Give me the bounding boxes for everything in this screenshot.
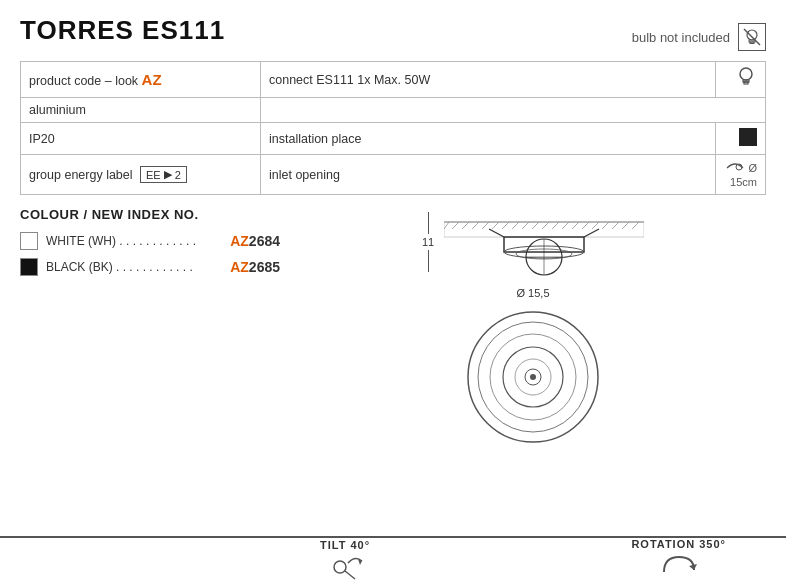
spec-row-product-code: product code – look AZ connect ES111 1x … xyxy=(21,62,766,98)
svg-line-17 xyxy=(502,222,509,229)
svg-point-1 xyxy=(747,30,757,40)
energy-cell: group energy label EE ▶ 2 xyxy=(21,155,261,195)
energy-badge: EE ▶ 2 xyxy=(140,166,187,183)
inlet-arc-icon xyxy=(725,160,745,172)
svg-line-33 xyxy=(584,229,599,237)
side-diagram-container: 11 xyxy=(422,207,644,277)
dim-line-bottom xyxy=(428,250,429,272)
energy-badge-value: 2 xyxy=(175,169,181,181)
diameter-top-label: Ø 15,5 xyxy=(516,287,549,299)
connect-label: connect ES111 1x Max. 50W xyxy=(269,73,430,87)
installation-icon-cell xyxy=(716,123,766,155)
svg-line-19 xyxy=(522,222,529,229)
black-colour-name: BLACK (BK) . . . . . . . . . . . . xyxy=(46,260,222,274)
spec-row-material: aluminium xyxy=(21,98,766,123)
svg-line-30 xyxy=(632,222,639,229)
ip-cell: IP20 xyxy=(21,123,261,155)
colour-item-black: BLACK (BK) . . . . . . . . . . . . AZ268… xyxy=(20,258,280,276)
material-cell: aluminium xyxy=(21,98,261,123)
rotation-section: ROTATION 350° xyxy=(631,538,726,586)
svg-line-27 xyxy=(602,222,609,229)
material-right-cell xyxy=(261,98,766,123)
topdown-diagram-svg xyxy=(463,307,603,447)
svg-line-47 xyxy=(345,571,355,579)
energy-badge-arrow: ▶ xyxy=(164,168,172,181)
svg-line-23 xyxy=(562,222,569,229)
spot-icon-cell xyxy=(716,62,766,98)
colour-section: COLOUR / NEW INDEX NO. WHITE (WH) . . . … xyxy=(20,207,766,447)
spec-row-energy: group energy label EE ▶ 2 inlet opening … xyxy=(21,155,766,195)
no-bulb-icon xyxy=(738,23,766,51)
svg-line-25 xyxy=(582,222,589,229)
white-colour-name: WHITE (WH) . . . . . . . . . . . . xyxy=(46,234,222,248)
svg-line-28 xyxy=(612,222,619,229)
bulb-info: bulb not included xyxy=(632,23,766,51)
svg-point-46 xyxy=(334,561,346,573)
svg-rect-9 xyxy=(444,222,644,237)
inlet-size: Ø 15cm xyxy=(725,162,757,188)
product-code-cell: product code – look AZ xyxy=(21,62,261,98)
white-swatch xyxy=(20,232,38,250)
svg-line-21 xyxy=(542,222,549,229)
recessed-icon xyxy=(739,128,757,146)
tilt-icon xyxy=(320,553,370,586)
spot-bulb-icon xyxy=(735,67,757,89)
svg-point-45 xyxy=(530,374,536,380)
inlet-icon-cell: Ø 15cm xyxy=(716,155,766,195)
inlet-label: inlet opening xyxy=(269,168,340,182)
installation-cell: installation place xyxy=(261,123,716,155)
svg-line-29 xyxy=(622,222,629,229)
rotation-icon xyxy=(659,552,699,586)
colour-title: COLOUR / NEW INDEX NO. xyxy=(20,207,280,222)
product-title: TORRES ES111 xyxy=(20,15,225,46)
header: TORRES ES111 bulb not included xyxy=(20,15,766,51)
svg-line-0 xyxy=(744,29,760,45)
spec-row-ip: IP20 installation place xyxy=(21,123,766,155)
black-swatch xyxy=(20,258,38,276)
height-dim-label: 11 xyxy=(422,234,434,250)
svg-line-11 xyxy=(444,222,449,229)
diagram-area: 11 xyxy=(300,207,766,447)
svg-line-16 xyxy=(492,222,499,229)
tilt-label: TILT 40° xyxy=(320,539,370,551)
svg-line-26 xyxy=(592,222,599,229)
svg-line-14 xyxy=(472,222,479,229)
white-colour-code: AZ2684 xyxy=(230,233,280,249)
colour-left: COLOUR / NEW INDEX NO. WHITE (WH) . . . … xyxy=(20,207,280,447)
height-dimension: 11 xyxy=(422,212,434,272)
installation-label: installation place xyxy=(269,132,361,146)
svg-line-22 xyxy=(552,222,559,229)
svg-line-15 xyxy=(482,222,489,229)
svg-line-13 xyxy=(462,222,469,229)
connect-cell: connect ES111 1x Max. 50W xyxy=(261,62,716,98)
energy-label-text: group energy label xyxy=(29,168,133,182)
bottom-bar: TILT 40° ROTATION 350° xyxy=(0,536,786,586)
svg-point-4 xyxy=(740,68,752,80)
colour-item-white: WHITE (WH) . . . . . . . . . . . . AZ268… xyxy=(20,232,280,250)
tilt-section: TILT 40° xyxy=(320,539,370,586)
svg-line-32 xyxy=(489,229,504,237)
svg-line-12 xyxy=(452,222,459,229)
side-profile-svg xyxy=(444,207,644,277)
product-code-value: AZ xyxy=(142,71,162,88)
svg-line-24 xyxy=(572,222,579,229)
bulb-note-text: bulb not included xyxy=(632,30,730,45)
dim-line-top xyxy=(428,212,429,234)
inlet-cell: inlet opening xyxy=(261,155,716,195)
energy-badge-ee: EE xyxy=(146,169,161,181)
black-colour-code: AZ2685 xyxy=(230,259,280,275)
rotation-label: ROTATION 350° xyxy=(631,538,726,550)
svg-line-20 xyxy=(532,222,539,229)
svg-line-18 xyxy=(512,222,519,229)
specs-table: product code – look AZ connect ES111 1x … xyxy=(20,61,766,195)
svg-rect-3 xyxy=(750,42,754,44)
product-code-label: product code – look xyxy=(29,74,142,88)
